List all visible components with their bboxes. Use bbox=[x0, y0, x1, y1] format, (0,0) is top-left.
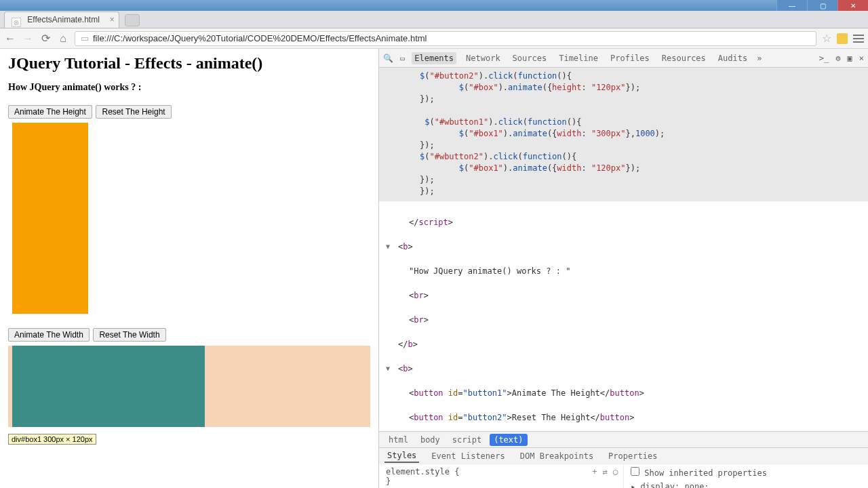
subtab-styles[interactable]: Styles bbox=[384, 449, 419, 463]
crumb-html[interactable]: html bbox=[384, 434, 412, 446]
main-split: JQuery Tutorial - Effects - animate() Ho… bbox=[0, 49, 868, 488]
size-tooltip: div#box1 300px × 120px bbox=[8, 434, 96, 445]
console-icon[interactable]: >_ bbox=[819, 54, 829, 63]
computed-display: display: none; bbox=[640, 482, 709, 488]
tab-sources[interactable]: Sources bbox=[510, 52, 550, 64]
page-icon: ◎ bbox=[12, 18, 21, 27]
devtools-toolbar: 🔍 ▭ Elements Network Sources Timeline Pr… bbox=[379, 49, 868, 68]
reload-button[interactable]: ⟳ bbox=[39, 33, 52, 45]
reset-height-button[interactable]: Reset The Height bbox=[96, 105, 171, 119]
inspect-highlight bbox=[8, 346, 370, 427]
page-info-icon[interactable]: ▭ bbox=[81, 33, 89, 43]
show-inherited-label: Show inherited properties bbox=[644, 468, 767, 478]
styles-body: element.style { } + ⇄ ◯ Show inherited p… bbox=[379, 464, 868, 488]
extension-icon[interactable] bbox=[837, 33, 848, 44]
dom-text: "How JQuery animate() works ? : " bbox=[387, 265, 863, 277]
animate-width-button[interactable]: Animate The Width bbox=[8, 328, 90, 342]
tab-profiles[interactable]: Profiles bbox=[608, 52, 652, 64]
animate-height-button[interactable]: Animate The Height bbox=[8, 105, 92, 119]
bookmark-icon[interactable]: ☆ bbox=[822, 32, 831, 45]
subtab-dom-breakpoints[interactable]: DOM Breakpoints bbox=[517, 450, 596, 462]
element-style-block[interactable]: element.style { } + ⇄ ◯ bbox=[379, 464, 624, 488]
tab-resources[interactable]: Resources bbox=[659, 52, 709, 64]
menu-icon[interactable] bbox=[853, 35, 864, 43]
tab-close-icon[interactable]: × bbox=[110, 16, 115, 24]
window-maximize-button[interactable]: ▢ bbox=[807, 0, 837, 11]
page-title: JQuery Tutorial - Effects - animate() bbox=[8, 54, 370, 73]
box bbox=[12, 123, 88, 314]
crumb-body[interactable]: body bbox=[416, 434, 444, 446]
toggle-state-icon[interactable]: ⇄ bbox=[603, 467, 608, 476]
tab-elements[interactable]: Elements bbox=[412, 52, 456, 64]
page-viewport: JQuery Tutorial - Effects - animate() Ho… bbox=[0, 49, 378, 488]
devtools: 🔍 ▭ Elements Network Sources Timeline Pr… bbox=[378, 49, 868, 488]
overflow-icon[interactable]: » bbox=[757, 54, 762, 63]
page-subtitle: How JQuery animate() works ? : bbox=[8, 82, 370, 93]
subtab-listeners[interactable]: Event Listeners bbox=[429, 450, 507, 462]
dock-icon[interactable]: ▣ bbox=[848, 54, 852, 63]
crumb-script[interactable]: script bbox=[448, 434, 486, 446]
tab-audits[interactable]: Audits bbox=[715, 52, 750, 64]
new-tab-button[interactable] bbox=[125, 14, 140, 26]
gear-icon[interactable]: ⚙ bbox=[835, 54, 840, 63]
dom-tree[interactable]: </script> ▼<b> "How JQuery animate() wor… bbox=[379, 201, 868, 431]
elements-panel: $("#button2").click(function(){ $("#box"… bbox=[379, 68, 868, 488]
breadcrumb: html body script (text) bbox=[379, 431, 868, 447]
disclose-icon[interactable]: ▼ bbox=[386, 363, 390, 375]
script-source[interactable]: $("#button2").click(function(){ $("#box"… bbox=[379, 68, 868, 201]
box1 bbox=[12, 346, 205, 427]
tab-timeline[interactable]: Timeline bbox=[556, 52, 601, 64]
styles-subtabs: Styles Event Listeners DOM Breakpoints P… bbox=[379, 447, 868, 464]
tab-network[interactable]: Network bbox=[463, 52, 503, 64]
window-close-button[interactable]: ✕ bbox=[837, 0, 868, 11]
window-chrome: — ▢ ✕ bbox=[0, 0, 868, 11]
inspect-icon[interactable]: 🔍 bbox=[383, 54, 393, 63]
browser-toolbar: ← → ⟳ ⌂ ▭ file:///C:/workspace/JQuery%20… bbox=[0, 28, 868, 49]
home-button[interactable]: ⌂ bbox=[57, 33, 69, 45]
window-minimize-button[interactable]: — bbox=[776, 0, 807, 11]
url-field[interactable]: ▭ file:///C:/workspace/JQuery%20Tutorial… bbox=[75, 31, 816, 46]
forward-button[interactable]: → bbox=[22, 33, 34, 45]
disclose-icon[interactable]: ▼ bbox=[386, 241, 390, 253]
browser-tabstrip: ◎ EffectsAnimate.html × bbox=[0, 11, 868, 28]
reset-width-button[interactable]: Reset The Width bbox=[93, 328, 165, 342]
device-icon[interactable]: ▭ bbox=[400, 54, 405, 63]
back-button[interactable]: ← bbox=[4, 33, 16, 45]
computed-block[interactable]: Show inherited properties ▸ display: non… bbox=[624, 464, 868, 488]
browser-tab[interactable]: ◎ EffectsAnimate.html × bbox=[4, 12, 119, 28]
new-style-rule-icon[interactable]: + bbox=[592, 467, 597, 476]
crumb-text[interactable]: (text) bbox=[490, 434, 527, 446]
url-text: file:///C:/workspace/JQuery%20Tutorial/C… bbox=[93, 33, 427, 43]
subtab-properties[interactable]: Properties bbox=[606, 450, 660, 462]
show-inherited-checkbox[interactable] bbox=[631, 467, 639, 476]
devtools-close-icon[interactable]: × bbox=[859, 54, 864, 63]
tab-title: EffectsAnimate.html bbox=[27, 15, 100, 24]
animations-icon[interactable]: ◯ bbox=[613, 467, 618, 476]
